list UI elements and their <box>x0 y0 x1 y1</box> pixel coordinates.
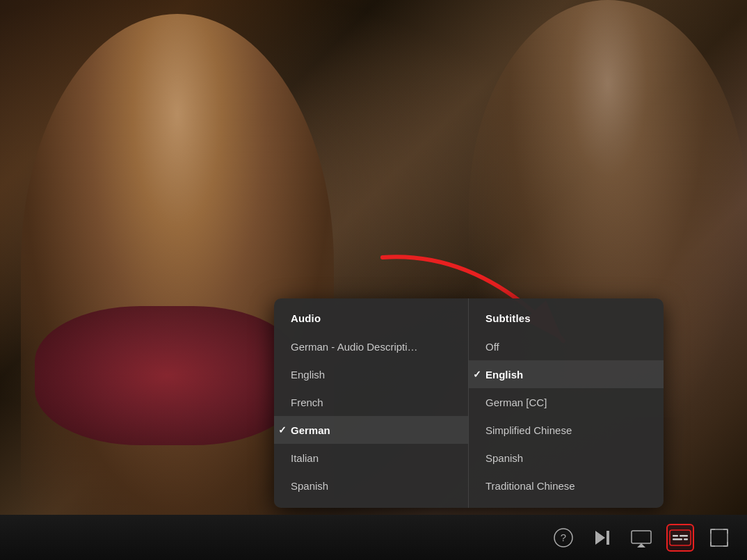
subtitles-column: Subtitles Off ✓ English German [CC] Simp… <box>469 298 664 508</box>
airplay-button[interactable] <box>627 524 655 552</box>
skip-forward-icon <box>593 528 612 547</box>
subtitles-icon <box>669 529 691 546</box>
scarf-detail <box>35 306 299 445</box>
subtitle-spanish-label: Spanish <box>485 452 523 464</box>
svg-rect-10 <box>673 538 682 541</box>
audio-english-label: English <box>291 369 325 381</box>
subtitles-button[interactable] <box>666 524 694 552</box>
audio-item-italian[interactable]: Italian <box>274 444 468 472</box>
audio-column: Audio German - Audio Descripti… English … <box>274 298 469 508</box>
subtitle-german-cc-label: German [CC] <box>485 397 547 408</box>
audio-item-french[interactable]: French <box>274 388 468 416</box>
svg-rect-4 <box>607 531 609 545</box>
subtitle-item-german-cc[interactable]: German [CC] <box>469 388 664 416</box>
control-bar: ? <box>0 515 747 560</box>
audio-german-ad-label: German - Audio Descripti… <box>291 341 418 353</box>
audio-italian-label: Italian <box>291 452 319 464</box>
svg-rect-8 <box>673 535 678 537</box>
subtitle-item-spanish[interactable]: Spanish <box>469 444 664 472</box>
audio-item-german-ad[interactable]: German - Audio Descripti… <box>274 333 468 360</box>
audio-french-label: French <box>291 397 323 408</box>
subtitle-item-off[interactable]: Off <box>469 333 664 360</box>
audio-item-english[interactable]: English <box>274 360 468 388</box>
audio-item-german[interactable]: ✓ German <box>274 416 468 444</box>
airplay-icon <box>630 528 652 547</box>
svg-marker-3 <box>595 531 605 545</box>
subtitle-item-traditional-chinese[interactable]: Traditional Chinese <box>469 472 664 499</box>
help-icon: ? <box>554 528 573 547</box>
fullscreen-button[interactable] <box>705 524 733 552</box>
subtitle-check-icon: ✓ <box>473 369 481 380</box>
audio-check-icon: ✓ <box>278 424 287 435</box>
audio-item-spanish[interactable]: Spanish <box>274 472 468 499</box>
svg-rect-9 <box>680 535 688 537</box>
subtitle-simplified-chinese-label: Simplified Chinese <box>485 424 572 436</box>
subtitle-item-simplified-chinese[interactable]: Simplified Chinese <box>469 416 664 444</box>
audio-spanish-label: Spanish <box>291 480 328 492</box>
svg-rect-5 <box>632 531 651 543</box>
svg-marker-6 <box>637 543 645 547</box>
subtitles-header: Subtitles <box>469 307 664 333</box>
svg-text:?: ? <box>561 531 566 543</box>
subtitle-english-label: English <box>485 369 523 381</box>
svg-rect-7 <box>670 530 691 545</box>
audio-subtitles-popup: Audio German - Audio Descripti… English … <box>274 298 664 508</box>
svg-rect-11 <box>684 538 688 541</box>
skip-forward-button[interactable] <box>588 524 616 552</box>
audio-german-label: German <box>291 424 330 436</box>
subtitle-item-english[interactable]: ✓ English <box>469 360 664 388</box>
subtitle-off-label: Off <box>485 341 499 353</box>
subtitle-traditional-chinese-label: Traditional Chinese <box>485 480 575 492</box>
fullscreen-icon <box>709 528 730 547</box>
audio-header: Audio <box>274 307 468 333</box>
svg-rect-12 <box>711 529 728 546</box>
help-button[interactable]: ? <box>549 524 577 552</box>
